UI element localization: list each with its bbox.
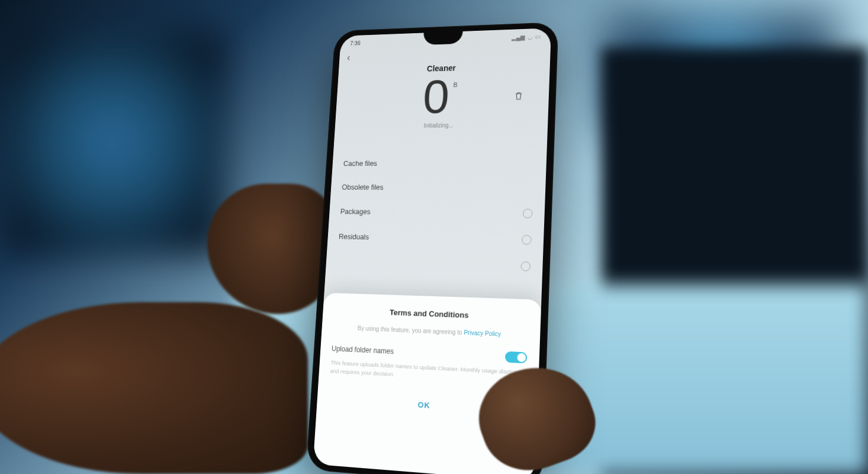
sheet-subtitle: By using this feature, you are agreeing … xyxy=(333,323,528,340)
list-item-label xyxy=(337,258,339,266)
cleaner-header: Cleaner 0 B Initializing... xyxy=(335,59,550,136)
cleaner-list: Cache files Obsolete files Packages Resi… xyxy=(326,150,547,280)
privacy-policy-link[interactable]: Privacy Policy xyxy=(464,329,501,338)
checkbox-icon[interactable] xyxy=(522,235,532,245)
trash-icon[interactable] xyxy=(513,90,525,102)
signal-icon: ▂▄▆ xyxy=(512,34,525,40)
sheet-title: Terms and Conditions xyxy=(334,306,529,322)
list-item[interactable] xyxy=(336,249,531,280)
upload-toggle[interactable] xyxy=(505,351,528,364)
toggle-knob xyxy=(517,353,526,362)
list-item[interactable]: Residuals xyxy=(338,224,532,253)
list-item[interactable]: Packages xyxy=(339,199,533,226)
wifi-icon: ◡ xyxy=(528,33,533,40)
list-item-label: Obsolete files xyxy=(342,184,384,192)
list-item[interactable]: Cache files xyxy=(343,150,535,175)
list-item-label: Packages xyxy=(340,208,371,216)
upload-toggle-label: Upload folder names xyxy=(332,344,394,356)
status-icons: ▂▄▆ ◡ ▭ xyxy=(512,33,541,40)
list-item[interactable]: Obsolete files xyxy=(341,175,534,200)
sheet-subtitle-text: By using this feature, you are agreeing … xyxy=(358,325,464,336)
back-icon[interactable]: ‹ xyxy=(346,52,351,63)
checkbox-icon[interactable] xyxy=(520,261,531,271)
list-item-label: Cache files xyxy=(343,160,378,168)
status-time: 7:36 xyxy=(350,40,361,46)
checkbox-icon[interactable] xyxy=(523,209,533,218)
size-unit: B xyxy=(453,81,458,88)
size-value: 0 xyxy=(422,72,450,120)
list-item-label: Residuals xyxy=(339,233,369,241)
hand xyxy=(0,302,308,474)
battery-icon: ▭ xyxy=(535,33,540,40)
